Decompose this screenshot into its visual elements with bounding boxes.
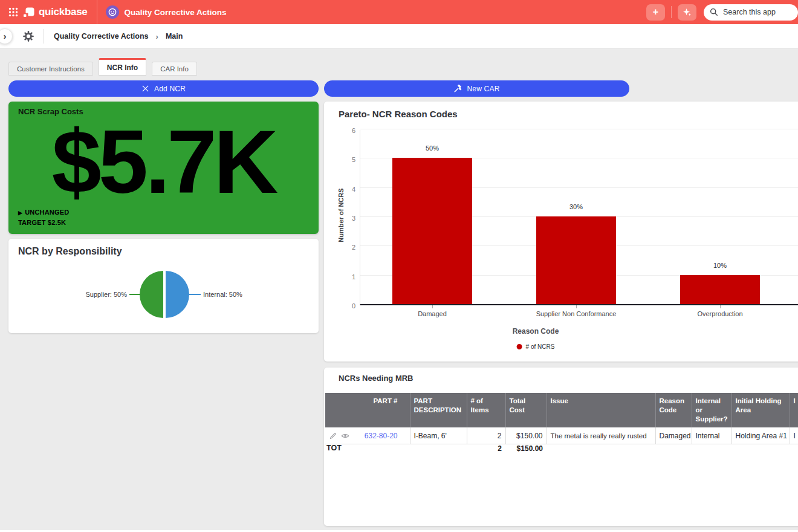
- trend-label: UNCHANGED: [25, 209, 69, 216]
- edit-record-button[interactable]: [329, 432, 337, 440]
- col-part-number[interactable]: PART #: [325, 393, 410, 427]
- quickbase-logo[interactable]: quickbase: [24, 6, 87, 18]
- cell-reason-code: Damaged: [655, 427, 692, 444]
- col-issue[interactable]: Issue: [547, 393, 655, 427]
- x-axis-tick: [720, 305, 721, 308]
- mrb-table: PART # PART DESCRIPTION # of Items Total…: [325, 393, 798, 444]
- x-axis-tick: [576, 305, 577, 308]
- topbar: quickbase Quality Corrective Actions +: [0, 0, 798, 24]
- pie-card-ncr-by-responsibility: NCR by Responsibility Supplier: 50% Inte…: [8, 239, 319, 333]
- cell-initial-holding-area: Holding Area #1: [731, 427, 790, 444]
- chevron-right-icon: ›: [4, 31, 7, 41]
- ai-assistant-button[interactable]: [678, 4, 696, 21]
- cell-part-description: I-Beam, 6': [410, 427, 467, 444]
- app-title: Quality Corrective Actions: [124, 8, 226, 17]
- kpi-trend: ▶UNCHANGED TARGET $2.5K: [18, 207, 69, 228]
- search-icon: [710, 8, 718, 16]
- cell-partial: I: [790, 427, 798, 444]
- totals-label: TOT: [326, 444, 342, 452]
- pie-label-internal: Internal: 50%: [203, 291, 300, 298]
- tab-ncr-info[interactable]: NCR Info: [99, 58, 146, 76]
- view-record-button[interactable]: [341, 432, 349, 440]
- brand-name: quickbase: [39, 6, 87, 18]
- y-axis-tick-label: 0: [331, 302, 355, 310]
- add-ncr-label: Add NCR: [154, 85, 186, 93]
- new-car-button[interactable]: New CAR: [324, 80, 629, 97]
- y-axis-tick-label: 4: [331, 186, 355, 193]
- gridline: [360, 129, 798, 129]
- app-switcher-grid-icon[interactable]: [5, 4, 21, 20]
- y-axis-ticks: 0123456: [329, 130, 355, 305]
- part-number-link[interactable]: 632-80-20: [365, 432, 398, 440]
- table-title: NCRs Needing MRB: [339, 374, 414, 383]
- gavel-icon: [453, 85, 462, 93]
- cell-num-items: 2: [467, 427, 505, 444]
- y-axis-tick-label: 6: [331, 127, 355, 134]
- search-input[interactable]: [722, 7, 793, 17]
- y-axis-tick-label: 5: [331, 156, 355, 163]
- dashboard-tabs: Customer Instructions NCR Info CAR Info: [8, 58, 203, 76]
- grid-icon: [8, 7, 18, 17]
- dashboard-content: Customer Instructions NCR Info CAR Info …: [0, 49, 798, 530]
- pareto-bar[interactable]: [536, 216, 616, 304]
- table-row: 632-80-20 I-Beam, 6' 2 $150.00 The metal…: [325, 427, 798, 444]
- new-car-label: New CAR: [467, 85, 499, 93]
- cell-total-cost: $150.00: [505, 427, 547, 444]
- y-axis-tick-label: 2: [331, 244, 355, 251]
- x-axis-title: Reason Code: [513, 327, 559, 336]
- tab-car-info[interactable]: CAR Info: [152, 62, 197, 76]
- target-label: TARGET $2.5K: [18, 219, 66, 226]
- topbar-mini-divider: [671, 6, 672, 18]
- cell-internal-or-supplier: Internal: [692, 427, 731, 444]
- breadcrumb-divider: [44, 29, 44, 44]
- x-icon: [141, 85, 149, 92]
- cell-issue: The metal is really really rusted: [547, 427, 655, 444]
- col-initial-holding-area[interactable]: Initial Holding Area: [731, 393, 790, 427]
- trend-arrow-icon: ▶: [18, 210, 22, 216]
- breadcrumb-page[interactable]: Main: [166, 32, 183, 41]
- app-chip[interactable]: Quality Corrective Actions: [106, 5, 226, 19]
- tab-customer-instructions[interactable]: Customer Instructions: [8, 62, 93, 76]
- totals-items: 2: [468, 444, 502, 453]
- pie-chart-title: NCR by Responsibility: [18, 246, 122, 257]
- totals-cost: $150.00: [507, 444, 543, 453]
- bar-value-label: 50%: [426, 144, 439, 152]
- col-part-description[interactable]: PART DESCRIPTION: [410, 393, 467, 427]
- breadcrumb-app[interactable]: Quality Corrective Actions: [54, 32, 149, 41]
- y-axis-tick-label: 1: [331, 273, 355, 281]
- sparkle-icon: [683, 8, 692, 17]
- x-axis-label: Damaged: [418, 310, 447, 317]
- kpi-value: $5.7K: [8, 115, 319, 209]
- eye-icon: [341, 432, 349, 440]
- app-icon: [106, 5, 119, 19]
- pareto-card: Pareto- NCR Reason Codes Number of NCRS …: [324, 102, 798, 362]
- legend-label: # of NCRS: [526, 343, 555, 350]
- search-box[interactable]: [704, 4, 798, 21]
- col-num-items[interactable]: # of Items: [467, 393, 505, 427]
- pareto-bar[interactable]: [680, 275, 760, 304]
- x-axis-label: Supplier Non Conformance: [536, 310, 617, 317]
- col-total-cost[interactable]: Total Cost: [505, 393, 547, 427]
- col-internal-or-supplier[interactable]: Internal or Supplier?: [692, 393, 731, 427]
- add-ncr-button[interactable]: Add NCR: [8, 80, 319, 97]
- add-new-button[interactable]: +: [646, 4, 665, 21]
- pareto-plot-area: 50%Damaged30%Supplier Non Conformance10%…: [360, 130, 798, 305]
- y-axis-tick-label: 3: [331, 215, 355, 222]
- table-header-row: PART # PART DESCRIPTION # of Items Total…: [325, 393, 798, 427]
- col-partial[interactable]: I: [790, 393, 798, 427]
- bar-value-label: 10%: [713, 262, 727, 269]
- pie-callout-line-supplier: [129, 294, 145, 295]
- breadcrumb-bar: › Quality Corrective Actions › Main: [0, 24, 798, 49]
- pie-callout-line-internal: [184, 294, 201, 295]
- quickbase-logo-icon: [24, 7, 34, 18]
- cell-part-number: 632-80-20: [325, 427, 410, 444]
- col-reason-code[interactable]: Reason Code: [655, 393, 692, 427]
- kpi-card-ncr-scrap-costs: NCR Scrap Costs $5.7K ▶UNCHANGED TARGET …: [8, 102, 319, 234]
- chart-legend: # of NCRS: [517, 343, 555, 350]
- settings-button[interactable]: [23, 31, 34, 42]
- pareto-bar[interactable]: [392, 158, 472, 304]
- pareto-chart-title: Pareto- NCR Reason Codes: [339, 109, 458, 119]
- sidebar-expand-button[interactable]: ›: [0, 28, 13, 44]
- x-axis-tick: [432, 305, 433, 308]
- legend-dot: [517, 344, 522, 349]
